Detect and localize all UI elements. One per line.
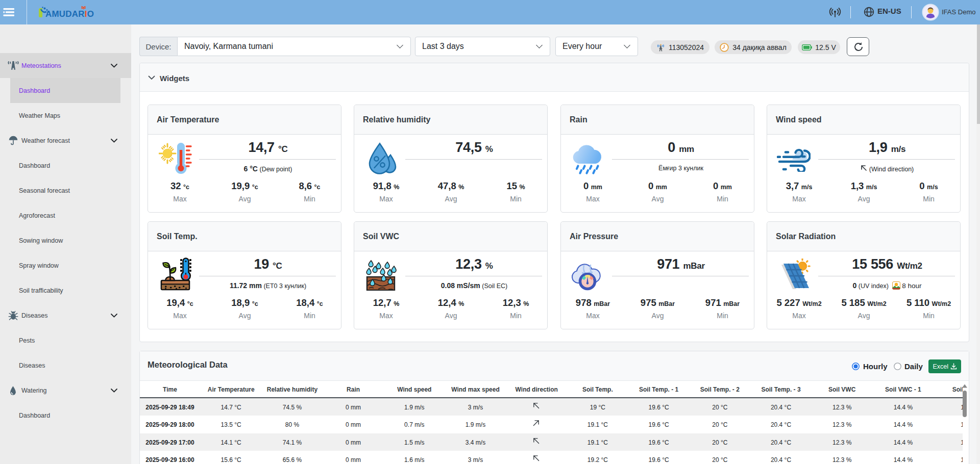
svg-text:AMUDARIO: AMUDARIO — [45, 9, 94, 19]
